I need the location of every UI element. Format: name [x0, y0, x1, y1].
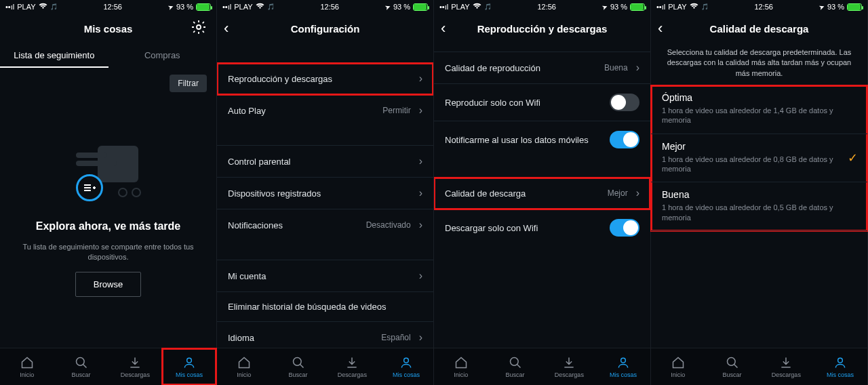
header: Mis cosas	[0, 14, 216, 43]
row-autoplay[interactable]: Auto Play Permitir ›	[217, 95, 433, 126]
tab-downloads[interactable]: Descargas	[108, 348, 163, 385]
row-wifi-download[interactable]: Descargar solo con Wifi	[434, 209, 650, 246]
toggle-notify-cellular[interactable]	[610, 131, 639, 148]
tab-home[interactable]: Inicio	[0, 348, 54, 385]
tab-downloads-label: Descargas	[121, 371, 150, 378]
wifi-icon	[473, 3, 481, 11]
status-bar: ••ıl PLAY 🎵 12:56 ➤ 93 %	[0, 0, 216, 14]
row-label: Calidad de descarga	[445, 188, 526, 199]
option-title: Mejor	[662, 141, 856, 152]
row-label: Calidad de reproducción	[445, 63, 540, 73]
watchlist-illustration	[68, 143, 149, 204]
tab-mystuff[interactable]: Mis cosas	[379, 348, 433, 385]
chevron-right-icon: ›	[419, 219, 422, 231]
check-icon: ✓	[848, 150, 858, 165]
row-label: Dispositivos registrados	[228, 188, 321, 199]
tab-downloads[interactable]: Descargas	[542, 348, 597, 385]
bottom-tabbar: Inicio Buscar Descargas Mis cosas	[651, 348, 867, 385]
chevron-right-icon: ›	[419, 104, 422, 117]
header: ‹ Calidad de descarga	[651, 14, 867, 43]
clock: 12:56	[754, 3, 773, 11]
carrier-label: PLAY	[234, 3, 252, 11]
battery-icon	[196, 3, 211, 11]
row-parental[interactable]: Control parental ›	[217, 146, 433, 178]
option-title: Buena	[662, 189, 856, 200]
svg-point-7	[727, 357, 735, 365]
row-label: Notificaciones	[228, 220, 283, 230]
tab-mystuff[interactable]: Mis cosas	[162, 348, 216, 385]
row-clear-history[interactable]: Eliminar historial de búsqueda de videos	[217, 292, 433, 322]
tab-mystuff[interactable]: Mis cosas	[596, 348, 650, 385]
battery-pct: 93 %	[393, 3, 410, 11]
row-label: Idioma	[228, 333, 254, 343]
browse-button[interactable]: Browse	[75, 272, 141, 297]
toggle-wifi-stream[interactable]	[610, 94, 639, 111]
status-bar: ••ıl PLAY 🎵 12:56 ➤ 93 %	[434, 0, 650, 14]
row-stream-quality[interactable]: Calidad de reproducción Buena ›	[434, 52, 650, 84]
row-label: Eliminar historial de búsqueda de videos	[228, 302, 386, 312]
row-stream-download[interactable]: Reproducción y descargas ›	[217, 63, 433, 95]
battery-icon	[630, 3, 645, 11]
option-sub: 1 hora de video usa alrededor de 0,8 GB …	[662, 155, 856, 174]
tab-downloads[interactable]: Descargas	[326, 348, 380, 385]
empty-state: Explora ahora, ve más tarde Tu lista de …	[0, 92, 216, 348]
tab-mystuff[interactable]: Mis cosas	[813, 348, 867, 385]
filter-button[interactable]: Filtrar	[170, 75, 207, 92]
tab-search[interactable]: Buscar	[705, 348, 760, 385]
row-label: Descargar solo con Wifi	[445, 223, 538, 233]
tab-home[interactable]: Inicio	[217, 348, 271, 385]
quality-option-good[interactable]: Buena 1 hora de video usa alrededor de 0…	[651, 182, 867, 231]
tab-watchlist[interactable]: Lista de seguimiento	[0, 43, 108, 68]
tab-search-label: Buscar	[72, 371, 91, 378]
quality-option-better[interactable]: Mejor 1 hora de video usa alrededor de 0…	[651, 134, 867, 183]
pane-settings: ••ıl PLAY 🎵 12:56 ➤ 93 % ‹ Configuración…	[217, 0, 434, 385]
tab-home-label: Inicio	[20, 371, 34, 378]
signal-icon: ••ıl	[222, 3, 231, 11]
row-wifi-stream[interactable]: Reproducir solo con Wifi	[434, 84, 650, 121]
tab-home[interactable]: Inicio	[434, 348, 488, 385]
row-notify-cellular[interactable]: Notificarme al usar los datos móviles	[434, 121, 650, 158]
description: Selecciona tu calidad de descarga predet…	[651, 43, 867, 85]
row-value: Desactivado	[366, 220, 411, 230]
tab-purchases[interactable]: Compras	[108, 43, 217, 68]
back-button[interactable]: ‹	[658, 20, 663, 37]
row-notifications[interactable]: Notificaciones Desactivado ›	[217, 209, 433, 241]
pane-my-stuff: ••ıl PLAY 🎵 12:56 ➤ 93 % Mis cosas Lista…	[0, 0, 217, 385]
tab-home[interactable]: Inicio	[651, 348, 705, 385]
tab-search[interactable]: Buscar	[488, 348, 542, 385]
gear-icon[interactable]	[191, 19, 207, 38]
page-title: Reproducción y descargas	[477, 23, 608, 35]
toggle-wifi-download[interactable]	[610, 219, 639, 237]
tab-downloads[interactable]: Descargas	[760, 348, 814, 385]
quality-option-best[interactable]: Óptima 1 hora de video usa alrededor de …	[651, 85, 867, 134]
status-bar: ••ıl PLAY 🎵 12:56 ➤ 93 %	[217, 0, 433, 14]
header: ‹ Configuración	[217, 14, 433, 43]
back-button[interactable]: ‹	[441, 20, 446, 37]
row-account[interactable]: Mi cuenta ›	[217, 260, 433, 292]
carrier-label: PLAY	[451, 3, 469, 11]
location-icon: ➤	[167, 2, 174, 11]
signal-icon: ••ıl	[656, 3, 665, 11]
battery-icon	[847, 3, 862, 11]
wifi-icon	[690, 3, 698, 11]
carrier-label: PLAY	[668, 3, 686, 11]
carrier-label: PLAY	[17, 3, 35, 11]
row-download-quality[interactable]: Calidad de descarga Mejor ›	[434, 178, 650, 209]
bottom-tabbar: Inicio Buscar Descargas Mis cosas	[0, 348, 216, 385]
tabs: Lista de seguimiento Compras	[0, 43, 216, 68]
svg-point-1	[76, 357, 84, 365]
tab-search[interactable]: Buscar	[54, 348, 108, 385]
row-language[interactable]: Idioma Español ›	[217, 322, 433, 348]
row-value: Español	[381, 333, 410, 342]
page-title: Calidad de descarga	[710, 23, 809, 35]
row-value: Mejor	[608, 188, 628, 198]
back-button[interactable]: ‹	[224, 20, 229, 37]
svg-point-2	[187, 358, 192, 363]
battery-icon	[413, 3, 428, 11]
row-devices[interactable]: Dispositivos registrados ›	[217, 178, 433, 209]
audio-icon: 🎵	[50, 3, 58, 10]
tab-search[interactable]: Buscar	[271, 348, 326, 385]
row-label: Control parental	[228, 157, 291, 167]
empty-title: Explora ahora, ve más tarde	[36, 220, 180, 232]
battery-pct: 93 %	[610, 3, 627, 11]
